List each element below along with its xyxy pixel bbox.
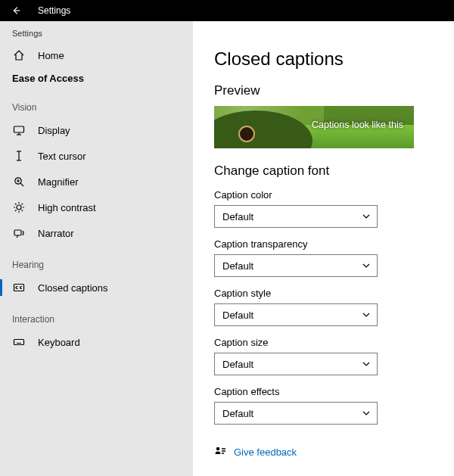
svg-point-6: [216, 447, 219, 450]
change-font-heading: Change caption font: [214, 163, 433, 179]
nav-home[interactable]: Home: [0, 42, 193, 68]
preview-caption-text: Captions look like this: [312, 120, 403, 130]
caption-style-label: Caption style: [214, 288, 433, 299]
group-hearing: Hearing: [0, 246, 193, 275]
preview-heading: Preview: [214, 83, 433, 98]
caption-effects-value: Default: [222, 408, 253, 419]
give-feedback-link[interactable]: Give feedback: [234, 446, 297, 458]
nav-closed-captions[interactable]: Closed captions: [0, 275, 193, 300]
back-button[interactable]: [0, 0, 32, 21]
high-contrast-icon: [12, 201, 26, 214]
text-cursor-icon: [12, 149, 26, 163]
chevron-down-icon: [362, 261, 371, 270]
svg-rect-0: [14, 126, 24, 132]
nav-display[interactable]: Display: [0, 117, 193, 143]
caption-color-select[interactable]: Default: [214, 205, 378, 228]
caption-size-label: Caption size: [214, 337, 433, 348]
arrow-left-icon: [11, 5, 21, 16]
feedback-row: Give feedback: [214, 446, 433, 458]
narrator-icon: [12, 226, 26, 240]
caption-effects-label: Caption effects: [214, 386, 433, 397]
caption-color-label: Caption color: [214, 189, 433, 201]
chevron-down-icon: [362, 359, 371, 369]
closed-captions-icon: [12, 281, 26, 294]
nav-item-label: Closed captions: [38, 282, 108, 294]
caption-color-value: Default: [222, 211, 253, 222]
nav-item-label: Display: [38, 125, 70, 136]
caption-transparency-value: Default: [222, 260, 253, 272]
caption-preview: Captions look like this: [214, 106, 414, 148]
nav-category: Ease of Access: [0, 68, 193, 89]
nav-text-cursor[interactable]: Text cursor: [0, 143, 193, 169]
magnifier-icon: [12, 175, 26, 188]
chevron-down-icon: [362, 212, 371, 221]
sidebar: Settings Home Ease of Access Vision Disp…: [0, 21, 193, 476]
keyboard-icon: [12, 335, 26, 349]
main-content: Closed captions Preview Captions look li…: [193, 21, 454, 476]
feedback-icon: [214, 446, 226, 458]
nav-magnifier[interactable]: Magnifier: [0, 169, 193, 194]
chevron-down-icon: [362, 310, 371, 319]
window-title: Settings: [38, 5, 70, 16]
caption-effects-select[interactable]: Default: [214, 402, 378, 425]
page-title: Closed captions: [214, 48, 433, 70]
nav-item-label: Narrator: [38, 228, 74, 239]
nav-home-label: Home: [38, 50, 64, 61]
caption-style-value: Default: [222, 310, 253, 321]
caption-transparency-label: Caption transparency: [214, 238, 433, 250]
group-vision: Vision: [0, 89, 193, 117]
svg-rect-3: [14, 230, 21, 235]
breadcrumb: Settings: [0, 27, 193, 42]
caption-size-select[interactable]: Default: [214, 353, 378, 375]
group-interaction: Interaction: [0, 300, 193, 329]
chevron-down-icon: [362, 409, 371, 418]
nav-narrator[interactable]: Narrator: [0, 220, 193, 246]
nav-item-label: High contrast: [38, 202, 96, 213]
nav-item-label: Magnifier: [38, 176, 78, 188]
caption-style-select[interactable]: Default: [214, 303, 378, 326]
svg-point-2: [17, 205, 21, 210]
nav-item-label: Keyboard: [38, 337, 80, 348]
nav-high-contrast[interactable]: High contrast: [0, 194, 193, 220]
caption-transparency-select[interactable]: Default: [214, 254, 378, 277]
home-icon: [12, 48, 26, 62]
caption-size-value: Default: [222, 359, 253, 370]
svg-rect-5: [14, 340, 24, 345]
display-icon: [12, 123, 26, 137]
titlebar: Settings: [0, 0, 454, 21]
nav-keyboard[interactable]: Keyboard: [0, 329, 193, 355]
nav-item-label: Text cursor: [38, 151, 86, 162]
